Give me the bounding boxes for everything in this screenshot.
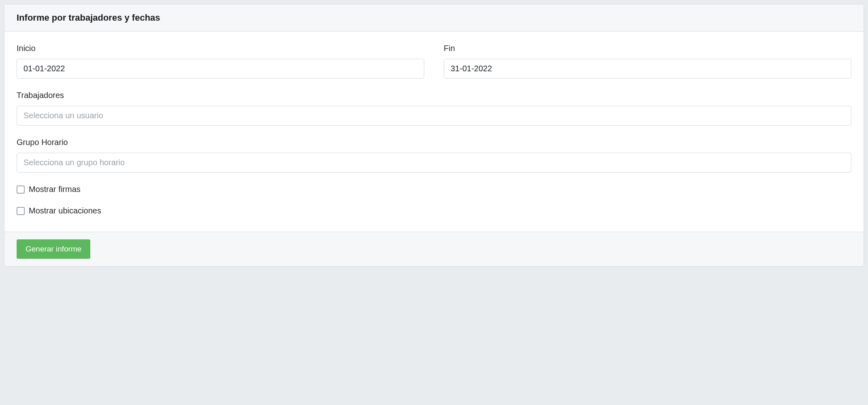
mostrar-firmas-label[interactable]: Mostrar firmas <box>29 185 81 194</box>
mostrar-firmas-checkbox[interactable] <box>17 185 25 194</box>
inicio-label: Inicio <box>17 44 424 53</box>
fin-label: Fin <box>444 44 851 53</box>
trabajadores-group: Trabajadores <box>17 91 851 126</box>
card-footer: Generar informe <box>4 232 864 266</box>
inicio-input[interactable] <box>17 59 424 79</box>
inicio-group: Inicio <box>17 44 424 79</box>
fin-input[interactable] <box>444 59 851 79</box>
grupo-horario-group: Grupo Horario <box>17 138 851 173</box>
card-body: Inicio Fin Trabajadores Grupo Horario Mo… <box>4 32 864 232</box>
trabajadores-input[interactable] <box>17 106 851 126</box>
mostrar-ubicaciones-label[interactable]: Mostrar ubicaciones <box>29 206 101 215</box>
mostrar-firmas-group: Mostrar firmas <box>17 185 851 194</box>
fin-group: Fin <box>444 44 851 79</box>
date-range-row: Inicio Fin <box>17 44 851 79</box>
generar-informe-button[interactable]: Generar informe <box>17 239 90 259</box>
trabajadores-label: Trabajadores <box>17 91 851 100</box>
mostrar-ubicaciones-group: Mostrar ubicaciones <box>17 206 851 215</box>
report-form-card: Informe por trabajadores y fechas Inicio… <box>4 4 864 266</box>
card-title: Informe por trabajadores y fechas <box>17 13 851 23</box>
mostrar-ubicaciones-checkbox[interactable] <box>17 207 25 215</box>
card-header: Informe por trabajadores y fechas <box>4 4 864 32</box>
grupo-horario-input[interactable] <box>17 153 851 173</box>
grupo-horario-label: Grupo Horario <box>17 138 851 147</box>
